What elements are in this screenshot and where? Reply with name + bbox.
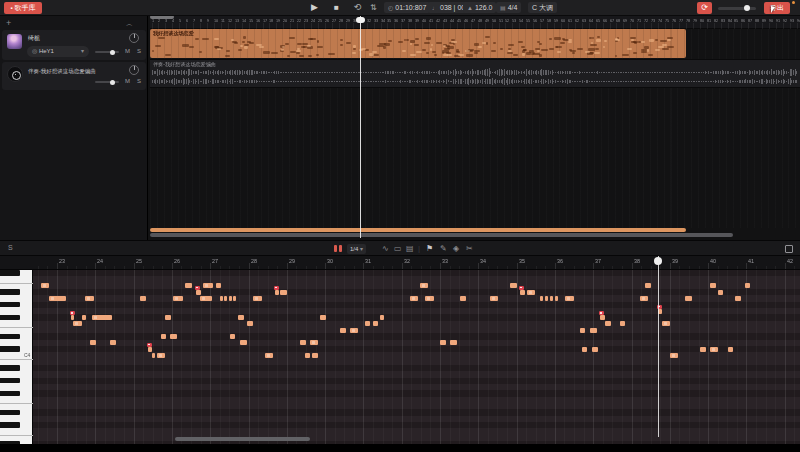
piano-keyboard[interactable]: C4 [0,270,33,444]
breath-marker[interactable] [147,343,152,348]
black-key[interactable] [0,378,20,383]
midi-note[interactable] [605,321,611,326]
midi-note[interactable] [540,296,543,301]
midi-note[interactable] [110,340,116,345]
midi-note[interactable] [545,296,548,301]
track-row-accompaniment[interactable]: 伴奏-我好想谈这场恋爱编曲 M S [2,62,146,90]
midi-note[interactable] [220,296,223,301]
midi-note[interactable] [425,296,434,301]
quantize-dropdown[interactable]: 1/4 ▾ [347,244,366,254]
track2-solo-button[interactable]: S [137,78,141,84]
midi-note[interactable] [555,296,558,301]
play-button[interactable]: ▶ [311,2,318,12]
midi-note[interactable] [300,340,306,345]
midi-note[interactable] [420,283,428,288]
midi-note[interactable] [275,290,279,295]
midi-note[interactable] [230,334,235,339]
audio-clip[interactable]: 伴奏-我好想谈这场恋爱编曲 [150,59,800,88]
metronome-button[interactable]: ⇅ [370,3,377,12]
loop-button[interactable]: ⟲ [354,2,362,12]
midi-note[interactable] [253,296,262,301]
audition-icon[interactable] [339,245,342,252]
expand-icon[interactable] [785,245,793,253]
scissors-tool[interactable]: ✂ [466,244,473,253]
midi-note[interactable] [229,296,232,301]
midi-note[interactable] [450,340,457,345]
midi-note[interactable] [148,347,152,352]
track1-mute-button[interactable]: M [125,48,130,54]
breath-marker[interactable] [599,311,604,316]
midi-note[interactable] [460,296,466,301]
black-key[interactable] [0,289,20,294]
midi-note[interactable] [161,334,166,339]
midi-note[interactable] [373,321,378,326]
tempo-display[interactable]: ▲126.0 [463,2,496,13]
pointer-tool[interactable]: ⚑ [426,244,433,253]
track1-solo-button[interactable]: S [137,48,141,54]
breath-marker[interactable] [519,286,524,291]
midi-note[interactable] [265,353,273,358]
track-row-vocal[interactable]: 绮栀 ◎ HeY1 ▾ M S [2,30,146,60]
time-display[interactable]: ◴01:10:807 [384,2,430,13]
breath-marker[interactable] [195,286,200,291]
monitor-button[interactable]: ⟳ [697,2,712,14]
track1-volume-slider[interactable] [95,51,119,53]
midi-note[interactable] [728,347,733,352]
playhead-handle[interactable] [356,17,365,23]
black-key[interactable] [0,315,20,320]
midi-note[interactable] [620,321,625,326]
black-key[interactable] [0,346,20,351]
midi-note[interactable] [73,321,82,326]
midi-note[interactable] [700,347,706,352]
midi-note[interactable] [685,296,692,301]
midi-note[interactable] [90,340,96,345]
midi-note[interactable] [365,321,370,326]
master-volume-knob[interactable] [744,5,750,11]
black-key[interactable] [0,270,20,275]
midi-note[interactable] [640,296,648,301]
singer-library-button[interactable]: ▪ 歌手库 [4,2,42,14]
midi-note[interactable] [185,283,192,288]
midi-note[interactable] [203,283,213,288]
black-key[interactable] [0,422,20,427]
midi-note[interactable] [670,353,678,358]
midi-note[interactable] [490,296,498,301]
midi-note[interactable] [718,290,723,295]
midi-note[interactable] [173,296,183,301]
midi-note[interactable] [710,347,718,352]
export-button[interactable]: 导出 [764,2,790,14]
piano-roll-scrollbar[interactable] [175,437,310,441]
midi-note[interactable] [592,347,598,352]
midi-note[interactable] [320,315,326,320]
stamp-tool[interactable]: ◈ [453,244,459,253]
midi-note[interactable] [340,328,346,333]
track2-volume-slider[interactable] [95,81,119,83]
track2-mute-button[interactable]: M [125,78,130,84]
stop-button[interactable]: ■ [334,3,339,12]
midi-note[interactable] [600,315,605,320]
midi-note[interactable] [645,283,651,288]
midi-note[interactable] [85,296,94,301]
midi-note[interactable] [440,340,446,345]
breath-marker[interactable] [274,286,279,291]
piano-roll-playhead-handle[interactable] [654,257,662,265]
midi-note[interactable] [49,296,66,301]
black-key[interactable] [0,365,20,370]
midi-note[interactable] [200,296,212,301]
midi-note[interactable] [240,340,247,345]
master-volume-slider[interactable] [718,7,756,10]
voice-select-dropdown[interactable]: ◎ HeY1 ▾ [27,46,89,57]
midi-note[interactable] [310,340,318,345]
midi-note[interactable] [565,296,574,301]
singer-avatar[interactable] [7,34,22,49]
key-display[interactable]: C 大调 [528,2,557,13]
pitch-curve-tool[interactable]: ∿ [382,244,389,253]
midi-note[interactable] [312,353,318,358]
pencil-tool[interactable]: ✎ [440,244,447,253]
black-key[interactable] [0,391,20,396]
midi-note[interactable] [520,290,525,295]
piano-roll-grid[interactable] [0,270,800,444]
pan-knob[interactable] [129,33,139,43]
breath-marker[interactable] [70,311,75,316]
midi-clip[interactable]: 我好想谈这场恋爱 [150,29,686,58]
